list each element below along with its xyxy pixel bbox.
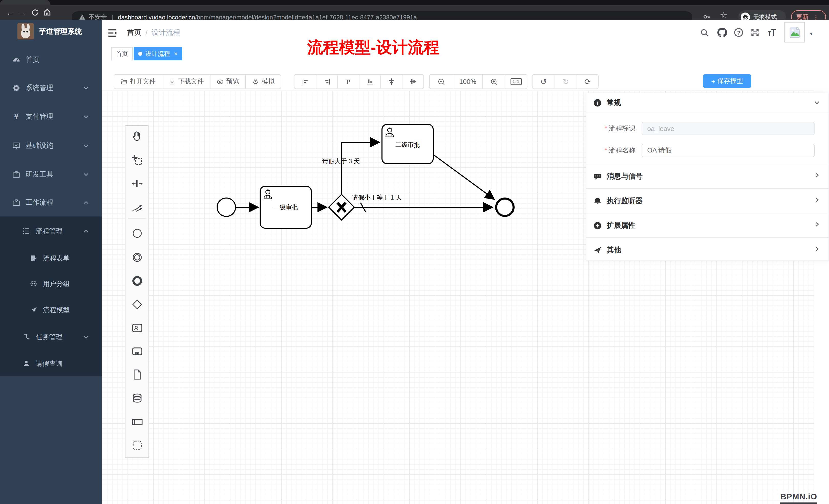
align-left-button[interactable] xyxy=(294,75,316,88)
browser-toolbar: ← → 不安全 | dashboard.yudao.iocoder.cn/bpm… xyxy=(0,5,829,20)
chevron-right-icon xyxy=(814,221,820,228)
fullscreen-icon[interactable] xyxy=(750,28,760,37)
sidebar-item-user-group[interactable]: 用户分组 xyxy=(0,274,102,294)
simulate-label: 模拟 xyxy=(262,77,275,86)
align-right-button[interactable] xyxy=(316,75,337,88)
download-file-button[interactable]: 下载文件 xyxy=(162,75,210,88)
close-icon[interactable]: × xyxy=(174,50,178,57)
align-bottom-button[interactable] xyxy=(359,75,381,88)
align-top-button[interactable] xyxy=(337,75,359,88)
sidebar-item-label: 基础设施 xyxy=(26,141,53,150)
sidebar-item-devtools[interactable]: 研发工具 xyxy=(0,164,102,185)
forward-icon[interactable]: → xyxy=(16,8,29,16)
download-file-label: 下载文件 xyxy=(178,77,204,86)
section-message-signal[interactable]: 消息与信号 xyxy=(586,164,828,189)
breadcrumb-home[interactable]: 首页 xyxy=(127,28,141,37)
sidebar-item-label: 任务管理 xyxy=(36,333,63,342)
flow-gateway-to-task2[interactable] xyxy=(341,142,380,194)
user-task-level2[interactable]: 二级审批 xyxy=(382,124,433,164)
process-key-input[interactable] xyxy=(642,122,815,135)
edge-label-gt3[interactable]: 请假大于 3 天 xyxy=(322,158,360,164)
create-participant-icon[interactable] xyxy=(131,416,143,428)
reset-zoom-button[interactable]: 1:1 xyxy=(505,75,527,88)
create-data-object-icon[interactable] xyxy=(131,369,143,381)
avatar[interactable] xyxy=(785,22,805,42)
section-general-header[interactable]: i 常规 xyxy=(586,93,828,113)
sidebar-item-leave-query[interactable]: 请假查询 xyxy=(0,354,102,374)
create-call-activity-icon[interactable] xyxy=(131,345,143,358)
sidebar-item-home[interactable]: 首页 xyxy=(0,50,102,70)
search-icon[interactable] xyxy=(700,28,709,37)
section-extended-properties[interactable]: 扩展属性 xyxy=(586,214,828,238)
redo-icon: ↻ xyxy=(563,77,569,86)
avatar-caret-icon[interactable]: ▼ xyxy=(809,31,814,36)
bookmark-star-icon[interactable]: ☆ xyxy=(720,10,727,20)
section-other[interactable]: 其他 xyxy=(586,238,828,262)
create-group-icon[interactable] xyxy=(131,439,143,451)
space-tool-icon[interactable] xyxy=(131,178,143,190)
lasso-tool-icon[interactable] xyxy=(131,154,143,166)
sidebar-item-label: 流程表单 xyxy=(43,254,70,263)
sidebar-item-process-form[interactable]: 流程表单 xyxy=(0,248,102,269)
create-gateway-icon[interactable] xyxy=(131,298,143,311)
exclusive-gateway[interactable] xyxy=(329,194,354,220)
red-annotation: 流程模型-设计流程 xyxy=(307,37,440,58)
tab-home[interactable]: 首页 xyxy=(111,47,133,61)
create-end-event-icon[interactable] xyxy=(131,275,143,287)
open-file-button[interactable]: 打开文件 xyxy=(114,75,162,88)
tab-design-process[interactable]: 设计流程 × xyxy=(134,47,182,61)
zoom-in-button[interactable] xyxy=(482,75,505,88)
preview-button[interactable]: 预览 xyxy=(210,75,245,88)
end-event[interactable] xyxy=(496,198,513,216)
person-icon xyxy=(23,360,31,368)
url-path[interactable]: /bpm/manager/model/design?modelId=e4a1a1… xyxy=(195,13,417,21)
sidebar-collapse-icon[interactable] xyxy=(107,28,118,38)
section-execution-listener[interactable]: 执行监听器 xyxy=(586,189,828,214)
github-icon[interactable] xyxy=(717,28,727,37)
sidebar-item-label: 研发工具 xyxy=(26,170,53,179)
redo-button[interactable]: ↻ xyxy=(554,75,577,88)
save-model-button[interactable]: + 保存模型 xyxy=(703,74,751,88)
flow-task2-to-end[interactable] xyxy=(433,155,495,200)
browser-menu-icon[interactable]: ⋮ xyxy=(813,13,819,21)
start-event[interactable] xyxy=(217,198,236,217)
create-start-event-icon[interactable] xyxy=(131,227,143,239)
sidebar-item-task-mgmt[interactable]: 任务管理 xyxy=(0,327,102,347)
chevron-down-icon xyxy=(83,114,89,120)
sidebar-item-payment[interactable]: ¥ 支付管理 xyxy=(0,107,102,127)
align-center-button[interactable] xyxy=(381,75,402,88)
breadcrumb-current: 设计流程 xyxy=(151,28,180,37)
home-icon[interactable] xyxy=(41,8,53,16)
sidebar-item-label: 流程管理 xyxy=(36,227,63,236)
browser-active-tab[interactable] xyxy=(0,0,50,5)
reset-zoom-icon: 1:1 xyxy=(510,78,522,85)
restart-button[interactable]: ⟳ xyxy=(577,75,598,88)
reload-icon[interactable] xyxy=(29,8,41,16)
global-connect-tool-icon[interactable] xyxy=(131,201,143,214)
create-intermediate-event-icon[interactable] xyxy=(131,251,143,264)
process-name-input[interactable] xyxy=(642,144,815,157)
edge-label-le1[interactable]: 请假小于等于 1 天 xyxy=(352,194,402,201)
sidebar-item-process-model[interactable]: 流程模型 xyxy=(0,300,102,320)
undo-icon: ↺ xyxy=(540,77,547,86)
create-user-task-icon[interactable] xyxy=(131,322,143,334)
create-data-store-icon[interactable] xyxy=(131,392,143,404)
undo-button[interactable]: ↺ xyxy=(533,75,554,88)
url-host[interactable]: dashboard.yudao.iocoder.cn xyxy=(118,13,195,21)
svg-text:i: i xyxy=(597,100,598,106)
zoom-out-button[interactable] xyxy=(430,75,453,88)
sidebar-item-workflow[interactable]: 工作流程 xyxy=(0,192,102,213)
sidebar-item-infra[interactable]: 基础设施 xyxy=(0,135,102,156)
chevron-right-icon xyxy=(814,196,820,203)
sidebar-item-process-mgmt[interactable]: 流程管理 xyxy=(0,221,102,241)
url-separator: | xyxy=(112,13,113,21)
font-size-icon[interactable] xyxy=(766,27,777,38)
help-icon[interactable]: ? xyxy=(734,28,744,37)
sidebar-item-system[interactable]: 系统管理 xyxy=(0,78,102,98)
align-middle-button[interactable] xyxy=(402,75,424,88)
back-icon[interactable]: ← xyxy=(4,8,16,16)
hand-tool-icon[interactable] xyxy=(131,130,143,142)
simulate-button[interactable]: 模拟 xyxy=(245,75,281,88)
user-task-level1[interactable]: 一级审批 xyxy=(260,186,311,228)
plus-circle-icon xyxy=(593,221,602,230)
